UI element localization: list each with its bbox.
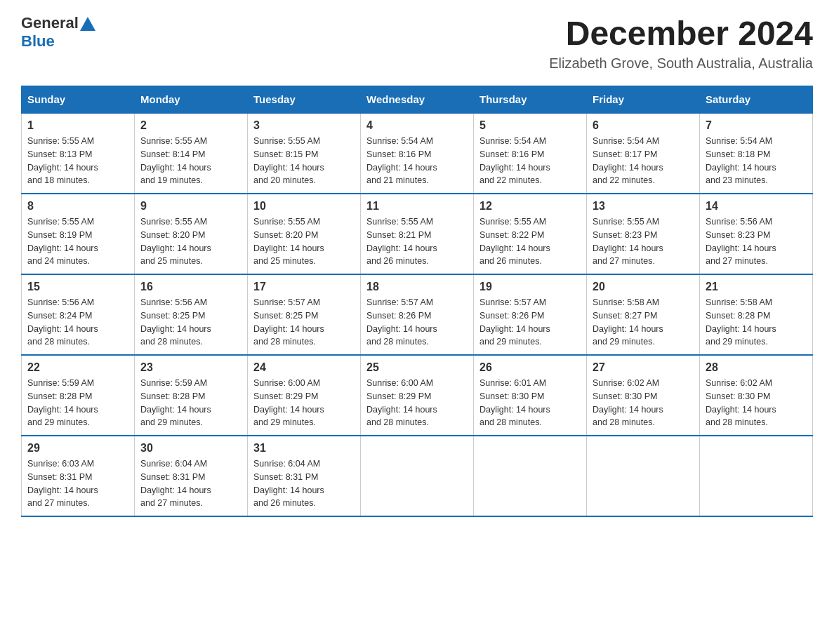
day-info: Sunrise: 5:55 AM Sunset: 8:19 PM Dayligh…	[27, 215, 128, 268]
day-number: 5	[479, 119, 581, 132]
day-number: 7	[706, 119, 807, 132]
calendar-cell: 11 Sunrise: 5:55 AM Sunset: 8:21 PM Dayl…	[361, 194, 474, 274]
day-info: Sunrise: 6:01 AM Sunset: 8:30 PM Dayligh…	[479, 377, 581, 429]
logo: General Blue	[21, 14, 95, 51]
calendar-cell: 24 Sunrise: 6:00 AM Sunset: 8:29 PM Dayl…	[248, 355, 361, 436]
calendar-cell: 27 Sunrise: 6:02 AM Sunset: 8:30 PM Dayl…	[587, 355, 700, 436]
day-number: 23	[140, 361, 241, 374]
day-info: Sunrise: 5:54 AM Sunset: 8:16 PM Dayligh…	[366, 135, 468, 187]
header-monday: Monday	[135, 86, 248, 114]
logo-triangle-icon	[80, 17, 95, 31]
page-header: General Blue December 2024 Elizabeth Gro…	[21, 14, 813, 72]
day-number: 26	[479, 361, 581, 374]
day-number: 19	[479, 281, 581, 293]
calendar-cell: 13 Sunrise: 5:55 AM Sunset: 8:23 PM Dayl…	[587, 194, 700, 274]
title-section: December 2024 Elizabeth Grove, South Aus…	[549, 14, 813, 72]
calendar-cell: 1 Sunrise: 5:55 AM Sunset: 8:13 PM Dayli…	[22, 113, 135, 194]
calendar-cell: 18 Sunrise: 5:57 AM Sunset: 8:26 PM Dayl…	[361, 274, 474, 355]
day-number: 16	[140, 281, 241, 293]
day-info: Sunrise: 5:58 AM Sunset: 8:28 PM Dayligh…	[706, 296, 807, 349]
calendar-cell: 30 Sunrise: 6:04 AM Sunset: 8:31 PM Dayl…	[135, 436, 248, 516]
day-number: 24	[253, 361, 355, 374]
day-info: Sunrise: 5:55 AM Sunset: 8:22 PM Dayligh…	[479, 215, 581, 268]
day-number: 18	[366, 281, 468, 293]
day-info: Sunrise: 6:02 AM Sunset: 8:30 PM Dayligh…	[593, 377, 694, 429]
calendar-cell: 6 Sunrise: 5:54 AM Sunset: 8:17 PM Dayli…	[587, 113, 700, 194]
calendar-cell: 28 Sunrise: 6:02 AM Sunset: 8:30 PM Dayl…	[700, 355, 813, 436]
calendar-header-row: SundayMondayTuesdayWednesdayThursdayFrid…	[22, 86, 813, 114]
day-info: Sunrise: 5:55 AM Sunset: 8:13 PM Dayligh…	[27, 135, 128, 187]
day-info: Sunrise: 5:59 AM Sunset: 8:28 PM Dayligh…	[27, 377, 128, 429]
day-info: Sunrise: 5:56 AM Sunset: 8:24 PM Dayligh…	[27, 296, 128, 349]
calendar-cell: 22 Sunrise: 5:59 AM Sunset: 8:28 PM Dayl…	[22, 355, 135, 436]
calendar-cell	[587, 436, 700, 516]
day-info: Sunrise: 5:56 AM Sunset: 8:25 PM Dayligh…	[140, 296, 241, 349]
header-friday: Friday	[587, 86, 700, 114]
calendar-week-row: 8 Sunrise: 5:55 AM Sunset: 8:19 PM Dayli…	[22, 194, 813, 274]
day-info: Sunrise: 6:00 AM Sunset: 8:29 PM Dayligh…	[253, 377, 355, 429]
day-number: 6	[593, 119, 694, 132]
day-info: Sunrise: 6:02 AM Sunset: 8:30 PM Dayligh…	[706, 377, 807, 429]
day-number: 11	[366, 200, 468, 213]
day-number: 25	[366, 361, 468, 374]
logo-blue-text: Blue	[21, 32, 55, 50]
day-info: Sunrise: 5:57 AM Sunset: 8:25 PM Dayligh…	[253, 296, 355, 349]
calendar-cell: 5 Sunrise: 5:54 AM Sunset: 8:16 PM Dayli…	[474, 113, 587, 194]
day-info: Sunrise: 5:55 AM Sunset: 8:20 PM Dayligh…	[253, 215, 355, 268]
calendar-cell	[474, 436, 587, 516]
header-thursday: Thursday	[474, 86, 587, 114]
day-info: Sunrise: 5:59 AM Sunset: 8:28 PM Dayligh…	[140, 377, 241, 429]
calendar-cell	[700, 436, 813, 516]
calendar-cell: 19 Sunrise: 5:57 AM Sunset: 8:26 PM Dayl…	[474, 274, 587, 355]
calendar-cell: 16 Sunrise: 5:56 AM Sunset: 8:25 PM Dayl…	[135, 274, 248, 355]
day-number: 2	[140, 119, 241, 132]
day-number: 27	[593, 361, 694, 374]
day-number: 21	[706, 281, 807, 293]
day-number: 9	[140, 200, 241, 213]
calendar-table: SundayMondayTuesdayWednesdayThursdayFrid…	[21, 86, 813, 517]
day-info: Sunrise: 6:03 AM Sunset: 8:31 PM Dayligh…	[27, 457, 128, 510]
day-number: 3	[253, 119, 355, 132]
calendar-cell: 29 Sunrise: 6:03 AM Sunset: 8:31 PM Dayl…	[22, 436, 135, 516]
calendar-cell: 10 Sunrise: 5:55 AM Sunset: 8:20 PM Dayl…	[248, 194, 361, 274]
calendar-cell: 23 Sunrise: 5:59 AM Sunset: 8:28 PM Dayl…	[135, 355, 248, 436]
day-info: Sunrise: 5:55 AM Sunset: 8:21 PM Dayligh…	[366, 215, 468, 268]
calendar-cell: 20 Sunrise: 5:58 AM Sunset: 8:27 PM Dayl…	[587, 274, 700, 355]
calendar-week-row: 29 Sunrise: 6:03 AM Sunset: 8:31 PM Dayl…	[22, 436, 813, 516]
day-info: Sunrise: 5:54 AM Sunset: 8:16 PM Dayligh…	[479, 135, 581, 187]
month-title: December 2024	[549, 14, 813, 53]
day-info: Sunrise: 5:57 AM Sunset: 8:26 PM Dayligh…	[366, 296, 468, 349]
calendar-cell: 31 Sunrise: 6:04 AM Sunset: 8:31 PM Dayl…	[248, 436, 361, 516]
day-number: 8	[27, 200, 128, 213]
day-number: 17	[253, 281, 355, 293]
day-number: 20	[593, 281, 694, 293]
calendar-cell: 2 Sunrise: 5:55 AM Sunset: 8:14 PM Dayli…	[135, 113, 248, 194]
calendar-week-row: 22 Sunrise: 5:59 AM Sunset: 8:28 PM Dayl…	[22, 355, 813, 436]
header-saturday: Saturday	[700, 86, 813, 114]
day-info: Sunrise: 5:58 AM Sunset: 8:27 PM Dayligh…	[593, 296, 694, 349]
day-number: 30	[140, 442, 241, 455]
day-number: 28	[706, 361, 807, 374]
day-info: Sunrise: 6:04 AM Sunset: 8:31 PM Dayligh…	[140, 457, 241, 510]
day-info: Sunrise: 5:55 AM Sunset: 8:15 PM Dayligh…	[253, 135, 355, 187]
day-number: 4	[366, 119, 468, 132]
day-number: 10	[253, 200, 355, 213]
calendar-cell: 8 Sunrise: 5:55 AM Sunset: 8:19 PM Dayli…	[22, 194, 135, 274]
calendar-cell: 26 Sunrise: 6:01 AM Sunset: 8:30 PM Dayl…	[474, 355, 587, 436]
day-number: 31	[253, 442, 355, 455]
day-number: 1	[27, 119, 128, 132]
calendar-week-row: 15 Sunrise: 5:56 AM Sunset: 8:24 PM Dayl…	[22, 274, 813, 355]
calendar-cell: 12 Sunrise: 5:55 AM Sunset: 8:22 PM Dayl…	[474, 194, 587, 274]
calendar-cell: 17 Sunrise: 5:57 AM Sunset: 8:25 PM Dayl…	[248, 274, 361, 355]
day-info: Sunrise: 6:00 AM Sunset: 8:29 PM Dayligh…	[366, 377, 468, 429]
header-tuesday: Tuesday	[248, 86, 361, 114]
calendar-cell: 7 Sunrise: 5:54 AM Sunset: 8:18 PM Dayli…	[700, 113, 813, 194]
day-number: 22	[27, 361, 128, 374]
header-sunday: Sunday	[22, 86, 135, 114]
header-wednesday: Wednesday	[361, 86, 474, 114]
calendar-cell: 25 Sunrise: 6:00 AM Sunset: 8:29 PM Dayl…	[361, 355, 474, 436]
day-number: 14	[706, 200, 807, 213]
svg-marker-0	[80, 17, 95, 31]
day-info: Sunrise: 5:54 AM Sunset: 8:18 PM Dayligh…	[706, 135, 807, 187]
logo-general-text: General	[21, 14, 79, 32]
